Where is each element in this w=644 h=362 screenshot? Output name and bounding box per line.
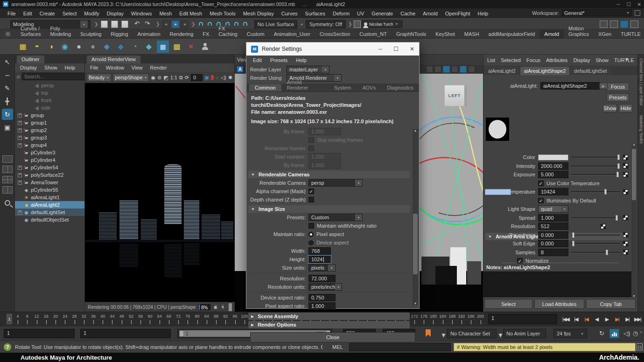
menu-item[interactable]: Surfaces	[301, 11, 329, 16]
menu-item[interactable]: Edit Mesh	[175, 11, 206, 16]
arnold-badge-icon[interactable]: A	[237, 66, 244, 73]
shelf-tool-icon[interactable]	[73, 41, 85, 53]
menu-item[interactable]: Mesh Tools	[206, 11, 239, 16]
range-start-handle[interactable]	[179, 330, 184, 337]
menu-item[interactable]: Windows	[127, 11, 156, 16]
outliner-item[interactable]: group4	[15, 141, 84, 149]
symmetry-field[interactable]: Symmetry: Off	[306, 20, 346, 28]
bookmark-icon[interactable]	[426, 329, 431, 337]
shelf-tool-icon[interactable]	[17, 41, 29, 53]
paint-select-tool-icon[interactable]: ✎	[2, 83, 13, 94]
render-settings-scrollbar[interactable]: ▲ ▼	[413, 129, 418, 305]
output-connections-icon[interactable]: ▹	[599, 83, 608, 89]
menu-item[interactable]: OpenFlight	[441, 11, 474, 16]
shelf-tab[interactable]: Rigging	[106, 30, 133, 38]
outliner-item[interactable]: group2	[15, 126, 84, 134]
menu-item[interactable]: Generate	[368, 11, 397, 16]
outliner-tab[interactable]: Outliner	[17, 56, 44, 63]
render-options-section[interactable]: ▶Render Options	[248, 321, 410, 328]
temperature-field[interactable]: 10424	[538, 188, 568, 195]
spread-slider[interactable]	[571, 215, 620, 221]
stop-render-icon[interactable]	[211, 75, 214, 80]
dialog-maximize-button[interactable]: ☐	[393, 46, 399, 52]
filter-icon[interactable]: ⧈	[17, 74, 20, 80]
ab-compare-icon[interactable]: ⊜	[157, 75, 161, 81]
render-current-frame-icon[interactable]	[354, 21, 361, 28]
expand-toggle[interactable]	[18, 210, 22, 215]
renderable-camera-dropdown[interactable]: persp ▼	[308, 179, 363, 187]
soft-edge-slider[interactable]	[571, 240, 620, 247]
spread-map-button[interactable]	[623, 215, 628, 220]
menu-item[interactable]: Cache	[397, 11, 419, 16]
current-frame-marker[interactable]: 1	[7, 314, 12, 324]
fps-dropdown[interactable]: 24 fps ▼	[553, 329, 587, 338]
user-account-chip[interactable]: Nicolas Turch ▼	[362, 20, 403, 28]
sculpt-panel-toggle-icon[interactable]	[600, 21, 608, 28]
device-aspect-radio[interactable]	[308, 240, 314, 245]
intensity-map-button[interactable]	[623, 163, 628, 168]
shadows-icon[interactable]	[434, 66, 441, 73]
attribute-editor-menu-item[interactable]: TURTLE	[611, 57, 637, 63]
expand-toggle[interactable]	[18, 113, 22, 118]
attribute-editor-menu-item[interactable]: Display	[570, 57, 593, 63]
playback-button[interactable]: ◀	[592, 316, 601, 322]
menu-item[interactable]: Modify	[80, 11, 103, 16]
color-map-button[interactable]	[623, 155, 628, 160]
attribute-editor-menu-item[interactable]: List	[484, 57, 498, 63]
resolution-field[interactable]: 512	[538, 223, 568, 230]
scrollbar-thumb[interactable]	[632, 149, 636, 200]
scroll-up-icon[interactable]: ▲	[413, 129, 418, 132]
live-surface-field[interactable]: No Live Surface	[254, 20, 297, 28]
shelf-tool-icon[interactable]	[171, 41, 183, 53]
script-editor-icon[interactable]: {;}	[637, 343, 643, 350]
size-presets-dropdown[interactable]: Custom ▼	[308, 214, 363, 221]
shelf-tab[interactable]: Sculpting	[76, 30, 106, 38]
modeling-toolkit-toggle-icon[interactable]	[630, 21, 638, 28]
resolution-map-button[interactable]	[601, 224, 606, 229]
modeling-toolkit-vertical-tab[interactable]: Modeling Toolkit	[639, 115, 644, 144]
attribute-editor-tab[interactable]: aiAreaLight2	[484, 67, 519, 75]
outliner-item[interactable]: ArenaTower	[15, 179, 84, 186]
hide-button[interactable]: Hide	[619, 104, 633, 112]
shelf-tab[interactable]: addManipulatorField	[484, 30, 540, 38]
chevron-down-icon[interactable]: ▼	[441, 332, 447, 339]
dialog-title-bar[interactable]: M Render Settings ─ ☐ ✕	[246, 42, 419, 56]
outliner-menu-item[interactable]: Help	[62, 65, 79, 70]
zoom-tool-icon[interactable]	[5, 200, 10, 206]
playback-button[interactable]: ▶|	[612, 316, 622, 322]
copy-tab-button[interactable]: Copy Tab	[586, 299, 636, 309]
shelf-tab[interactable]: Arnold	[539, 30, 564, 38]
outliner-item[interactable]: pCylinder4	[15, 156, 84, 164]
menu-item[interactable]: Display	[103, 11, 127, 16]
playback-button[interactable]: |◀	[571, 316, 581, 322]
renderable-cameras-section[interactable]: ▼Renderable Cameras	[248, 171, 410, 178]
expand-toggle[interactable]	[18, 121, 22, 125]
size-units-dropdown[interactable]: pixels ▼	[308, 264, 336, 272]
audio-icon[interactable]: ◁)	[623, 330, 630, 337]
wireframe-on-shaded-icon[interactable]	[451, 66, 458, 73]
attribute-editor-menu-item[interactable]: Show	[593, 57, 611, 63]
character-panel-toggle-icon[interactable]	[610, 21, 618, 28]
snapshot-icon[interactable]: ◉	[151, 75, 155, 81]
new-scene-icon[interactable]	[101, 21, 108, 28]
auto-keyframe-icon[interactable]: °	[640, 330, 642, 337]
intensity-field[interactable]: 2000.000	[538, 162, 568, 170]
workspace-dropdown[interactable]: General* ▼	[562, 9, 632, 16]
current-frame-field[interactable]: 1	[488, 314, 557, 324]
crop-region-icon[interactable]: ⧉	[179, 75, 183, 81]
layout-four-pane-button[interactable]	[2, 176, 13, 183]
workspace-lock-icon[interactable]	[635, 10, 640, 16]
exposure-map-button[interactable]	[623, 172, 628, 177]
outliner-item[interactable]: front	[15, 97, 84, 104]
dialog-menu-item[interactable]: Presets	[266, 57, 291, 63]
shelf-tab[interactable]: GraphNTools	[392, 30, 431, 38]
window-minimize-button[interactable]: ─	[617, 2, 620, 7]
maintain-wh-ratio-checkbox[interactable]	[308, 223, 314, 229]
layout-outliner-persp-button[interactable]	[2, 186, 13, 194]
soft-edge-map-button[interactable]	[623, 241, 628, 246]
expand-toggle[interactable]	[18, 181, 22, 185]
playback-button[interactable]: |◀◀	[561, 316, 570, 322]
lasso-tool-icon[interactable]: ∽	[2, 70, 13, 81]
shelf-tab[interactable]: Curves / Surfaces	[16, 24, 45, 38]
renderview-menu-item[interactable]: Render	[147, 65, 170, 70]
